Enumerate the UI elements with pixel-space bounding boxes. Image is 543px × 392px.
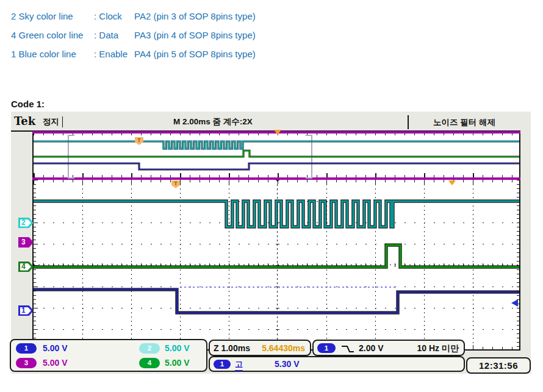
scope-header: Tek 정지 M 2.00ms 줌 계수:2X 노이즈 필터 해제 [11,112,520,132]
annotation-signal: : Enable [94,49,134,59]
zoom-overview-strip [32,134,520,177]
oscilloscope-screenshot: Tek 정지 M 2.00ms 줌 계수:2X 노이즈 필터 해제 T T 2 … [11,112,531,374]
annotation-name: 4 Green color line [11,30,94,40]
channel-2-marker: 2 [18,218,34,228]
zoom-timebase-readout: Z 1.00ms 5.64430ms [209,340,311,356]
channel-scale-readouts: 15.00 V25.00 V35.00 V45.00 V [10,339,207,372]
main-graticule [32,180,520,351]
channel-2-scale: 5.00 V [165,343,189,353]
annotation-pin: PA3 (pin 4 of SOP 8pins type) [134,30,256,40]
trigger-level-value: 2.00 V [359,343,383,353]
code-label: Code 1: [11,99,45,109]
noise-filter-label: 노이즈 필터 해제 [408,115,520,129]
graticule-line [34,263,522,267]
annotation-name: 2 Sky color line [11,11,94,21]
measurement-readout: 1 고 5.30 V [209,356,465,372]
falling-edge-icon [340,344,355,354]
graticule-line [34,173,519,177]
zoom-delay-value: 5.64430ms [262,343,305,353]
annotation-block: 2 Sky color line : Clock PA2 (pin 3 of S… [11,7,256,63]
annotation-line: 2 Sky color line : Clock PA2 (pin 3 of S… [11,7,256,26]
channel-1-marker: 1 [18,305,34,316]
graticule-line [34,180,38,351]
annotation-name: 1 Blue color line [11,49,94,59]
zoom-timebase-value: Z 1.00ms [214,343,250,353]
channel-4-scale: 5.00 V [165,358,189,368]
channel-4-marker: 4 [18,262,34,272]
channel-1-pill: 1 [16,343,37,354]
annotation-pin: PA4 (pin 5 of SOP 8pins type) [134,49,256,59]
annotation-signal: : Data [94,30,134,40]
channel-1-scale: 5.00 V [43,343,67,353]
expansion-point-marker-strip [274,130,281,135]
tek-logo: Tek [14,115,35,127]
expansion-point-marker-main [448,180,456,185]
trigger-level-arrow [511,299,518,307]
channel-3-pill: 3 [16,358,37,368]
channel-3-marker: 3 [18,237,34,248]
annotation-signal: : Clock [94,11,134,21]
zoom-window-right-bracket [306,135,312,179]
acquisition-status: 정지 [43,116,63,127]
channel-2-pill: 2 [139,343,160,354]
trigger-readout: 1 2.00 V 10 Hz 미만 [312,340,465,356]
clock-time: 12:31:56 [479,360,518,371]
trigger-source-pill: 1 [317,343,336,353]
measurement-value: 5.30 V [275,359,299,369]
measurement-source-pill: 1 [214,360,231,369]
annotation-line: 4 Green color line : Data PA3 (pin 4 of … [11,26,256,45]
trigger-frequency: 10 Hz 미만 [417,343,459,354]
measurement-type-label: 고 [235,359,243,371]
annotation-pin: PA2 (pin 3 of SOP 8pins type) [134,11,256,21]
graticule-line [517,180,519,351]
clock-time-box: 12:31:56 [466,357,531,374]
annotation-line: 1 Blue color line : Enable PA4 (pin 5 of… [11,45,256,63]
timebase-zoom-readout: M 2.00ms 줌 계수:2X [173,116,253,127]
zoom-window-left-bracket [68,135,74,179]
channel-3-scale: 5.00 V [43,358,67,368]
channel-4-pill: 4 [139,358,160,368]
